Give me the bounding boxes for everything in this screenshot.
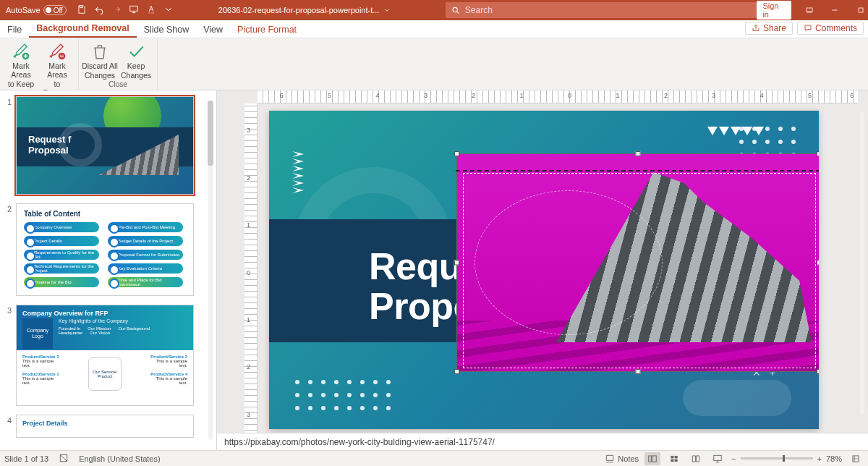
ribbon-group-close: Discard All Changes Keep Changes Close [79, 38, 158, 90]
autosave-pill: Off [43, 5, 67, 15]
svg-rect-13 [671, 459, 673, 462]
sorter-view-icon[interactable] [666, 452, 682, 465]
comment-icon [804, 24, 812, 33]
decor-wave [683, 380, 791, 416]
save-icon[interactable] [77, 4, 87, 16]
list-item: Budget Details of the Project [108, 236, 183, 246]
decor-zigzag-left [292, 151, 304, 216]
tab-slide-show[interactable]: Slide Show [137, 22, 197, 38]
list-item: Company Overview [24, 222, 99, 232]
tab-view[interactable]: View [196, 22, 230, 38]
mark-areas-keep-button[interactable]: Mark Areas to Keep [3, 40, 39, 97]
resize-handle[interactable] [817, 369, 819, 374]
vertical-ruler[interactable]: 3 2 1 0 1 2 3 [244, 103, 258, 441]
search-input[interactable] [465, 5, 752, 15]
slide-counter[interactable]: Slide 1 of 13 [4, 454, 48, 463]
tab-picture-format[interactable]: Picture Format [230, 22, 304, 38]
list-item: Time and Place for Bid Submission [108, 277, 183, 287]
svg-rect-9 [649, 455, 652, 461]
document-title[interactable]: 20636-02-request-for-proposal-powerpoint… [207, 6, 403, 14]
editor-scrollbar[interactable] [858, 105, 867, 421]
slideshow-view-icon[interactable] [710, 452, 726, 465]
sign-in-button[interactable]: Sign in [757, 1, 791, 20]
search-box[interactable] [446, 2, 757, 18]
resize-handle[interactable] [454, 260, 459, 266]
search-icon [451, 6, 460, 15]
resize-handle[interactable] [454, 151, 459, 156]
trash-icon [90, 42, 109, 61]
share-icon [752, 24, 760, 33]
chevron-down-icon [383, 7, 391, 14]
reading-view-icon[interactable] [688, 452, 704, 465]
slide-editor: 6 5 4 3 2 1 0 1 2 3 4 5 6 3 2 1 0 1 2 3 [217, 90, 868, 450]
resize-handle[interactable] [817, 151, 819, 156]
minimize-icon[interactable] [823, 0, 848, 20]
thumbnails-scrollbar[interactable] [206, 95, 215, 446]
notes-icon [605, 454, 615, 464]
list-item: Requirements to Qualify for the Bid [24, 250, 99, 260]
font-color-icon[interactable] [146, 4, 156, 16]
resize-handle[interactable] [817, 260, 819, 266]
share-button[interactable]: Share [745, 22, 793, 35]
status-bar: Slide 1 of 13 English (United States) No… [0, 450, 868, 466]
background-removal-selection[interactable] [457, 154, 819, 371]
list-item: Project Details [24, 236, 99, 246]
pencil-minus-icon [48, 42, 67, 61]
redo-icon[interactable] [111, 4, 122, 16]
tab-file[interactable]: File [0, 22, 29, 38]
list-item: Timeline for the Bid [24, 277, 99, 287]
resize-handle[interactable] [636, 151, 641, 156]
horizontal-ruler[interactable]: 6 5 4 3 2 1 0 1 2 3 4 5 6 [258, 90, 858, 103]
list-item: Pre-Bid and Post-Bid Meeting [108, 222, 183, 232]
pencil-plus-icon [12, 42, 30, 61]
svg-rect-0 [80, 6, 83, 8]
zoom-value[interactable]: 78% [826, 454, 842, 463]
svg-rect-4 [807, 8, 812, 12]
list-item: Technical Requirements for the Project [24, 263, 99, 274]
zoom-in-icon[interactable]: + [817, 454, 822, 463]
ribbon-display-icon[interactable] [797, 0, 822, 20]
image-source-link[interactable]: https://pixabay.com/photos/new-york-city… [224, 437, 495, 447]
ribbon-group-label: Close [109, 80, 127, 90]
list-item: Key Evaluation Criteria [108, 263, 183, 274]
undo-icon[interactable] [94, 4, 104, 16]
qat-more-icon[interactable] [163, 4, 174, 16]
zoom-control[interactable]: − + 78% [731, 454, 842, 463]
title-bar: AutoSave Off 20636-02-request-for-propos… [0, 0, 868, 20]
thumbnail-slot[interactable]: 1 Request fProposal [3, 96, 206, 195]
present-icon[interactable] [129, 4, 139, 16]
ribbon-group-refine: Mark Areas to Keep Mark Areas to Remove … [0, 38, 79, 90]
slide-thumbnail-4[interactable]: Project Details [16, 415, 194, 438]
thumbnail-slot[interactable]: 4 Project Details [3, 415, 206, 438]
keep-changes-button[interactable]: Keep Changes [118, 40, 154, 80]
tab-background-removal[interactable]: Background Removal [29, 20, 137, 38]
notes-button[interactable]: Notes [605, 454, 639, 464]
slide-thumbnail-1[interactable]: Request fProposal [16, 96, 194, 195]
svg-rect-10 [652, 455, 657, 461]
zoom-out-icon[interactable]: − [731, 454, 736, 463]
discard-changes-button[interactable]: Discard All Changes [82, 40, 118, 80]
thumbnail-slot[interactable]: 2 Table of Content Company Overview Proj… [3, 203, 206, 296]
slide-canvas[interactable]: RequePropos ✕ + [269, 111, 819, 429]
maximize-icon[interactable] [848, 0, 868, 20]
comments-button[interactable]: Comments [797, 22, 864, 35]
thumbnail-slot[interactable]: 3 Company Overview for RFP Company Logo … [3, 305, 206, 406]
normal-view-icon[interactable] [644, 452, 660, 465]
accessibility-icon[interactable] [59, 453, 69, 465]
svg-rect-11 [671, 455, 673, 458]
zoom-slider[interactable] [741, 457, 813, 459]
autosave-label: AutoSave [6, 6, 41, 14]
slide-thumbnail-3[interactable]: Company Overview for RFP Company Logo Ke… [16, 305, 194, 406]
ribbon: Mark Areas to Keep Mark Areas to Remove … [0, 38, 868, 90]
slide-number: 1 [3, 96, 12, 195]
fit-to-window-icon[interactable] [848, 452, 864, 465]
autosave-toggle[interactable]: AutoSave Off [0, 5, 72, 15]
svg-rect-2 [148, 12, 154, 14]
svg-rect-14 [675, 459, 678, 462]
resize-handle[interactable] [454, 369, 459, 374]
menu-bar: File Background Removal Slide Show View … [0, 20, 868, 38]
language-indicator[interactable]: English (United States) [79, 454, 161, 463]
mark-areas-remove-button[interactable]: Mark Areas to Remove [39, 40, 75, 97]
resize-handle[interactable] [636, 369, 641, 374]
slide-thumbnail-2[interactable]: Table of Content Company Overview Projec… [16, 203, 194, 296]
